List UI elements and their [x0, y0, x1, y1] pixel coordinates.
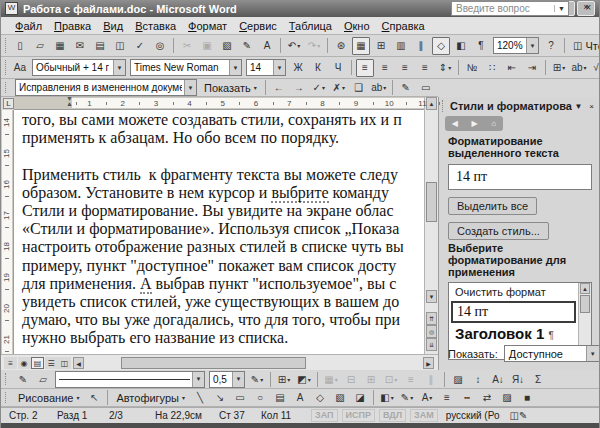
print-layout-view-button[interactable]: ▤: [31, 357, 44, 369]
style-item-heading1[interactable]: Заголовок 1 ¶: [449, 323, 578, 342]
arrow-icon[interactable]: ↘: [211, 389, 229, 407]
close-document-icon[interactable]: ×: [585, 2, 591, 13]
scroll-down-icon[interactable]: ▼: [426, 290, 437, 303]
menu-table[interactable]: Таблица: [283, 19, 338, 33]
shading-color-icon[interactable]: ◩: [295, 370, 313, 388]
status-toggle-зам[interactable]: ЗАМ: [410, 409, 438, 422]
style-combobox[interactable]: Обычный + 14 г▼: [32, 59, 126, 76]
borders-icon[interactable]: ⊞: [275, 370, 293, 388]
tables-and-borders-icon[interactable]: ▦: [352, 37, 370, 55]
forward-icon[interactable]: ▶: [472, 119, 478, 128]
diagram-icon[interactable]: ◇: [311, 389, 329, 407]
zoom-combobox[interactable]: 120%▼: [493, 37, 539, 54]
chevron-down-icon[interactable]: ▼: [554, 5, 568, 12]
style-item-14pt[interactable]: 14 пт: [451, 301, 576, 323]
highlight-icon[interactable]: ab: [370, 79, 388, 97]
menu-file[interactable]: Файл: [9, 19, 48, 33]
new-style-button[interactable]: Создать стиль...: [448, 222, 549, 240]
underline-button[interactable]: Ч: [329, 59, 347, 77]
show-hide-marks-icon[interactable]: ¶: [472, 37, 490, 55]
select-objects-icon[interactable]: ↖: [85, 389, 103, 407]
current-formatting-field[interactable]: 14 пт: [448, 164, 592, 190]
status-toggle-испр[interactable]: ИСПР: [342, 409, 375, 422]
insert-picture-icon[interactable]: ◪: [351, 389, 369, 407]
new-document-icon[interactable]: ▯: [11, 37, 29, 55]
accept-change-icon[interactable]: ✓: [310, 79, 328, 97]
numbered-list-icon[interactable]: №: [463, 59, 481, 77]
align-center-button[interactable]: ≡: [376, 59, 394, 77]
chevron-down-icon[interactable]: ▼: [184, 80, 196, 95]
menu-insert[interactable]: Вставка: [129, 19, 182, 33]
menu-tools[interactable]: Сервис: [233, 19, 283, 33]
print-icon[interactable]: ▤: [91, 37, 109, 55]
sort-ascending-icon[interactable]: А↓: [489, 370, 507, 388]
line-icon[interactable]: ╲: [191, 389, 209, 407]
line-style-combobox[interactable]: ▼: [55, 371, 205, 388]
arrow-style-icon[interactable]: ⇄: [478, 389, 496, 407]
insert-table-icon[interactable]: ▦: [322, 370, 340, 388]
chevron-down-icon[interactable]: ▼: [526, 38, 538, 53]
help-icon[interactable]: ?: [542, 37, 560, 55]
indent-markers[interactable]: ▼ ▲: [66, 95, 78, 109]
status-toggle-вдл[interactable]: ВДЛ: [379, 409, 406, 422]
line-spacing-icon[interactable]: ⇕: [436, 59, 454, 77]
menu-view[interactable]: Вид: [97, 19, 129, 33]
horizontal-scrollbar-thumb[interactable]: [121, 357, 306, 369]
line-color-icon[interactable]: ✎: [398, 389, 416, 407]
styles-list-scrollbar-thumb[interactable]: [580, 295, 590, 313]
insert-comment-icon[interactable]: ❑: [350, 79, 368, 97]
table-autoformat-icon[interactable]: ▨: [449, 370, 467, 388]
chevron-down-icon[interactable]: ▼: [192, 372, 204, 387]
chevron-down-icon[interactable]: ▼: [229, 60, 241, 75]
redo-icon[interactable]: ↷: [305, 37, 323, 55]
document-map-icon[interactable]: ◧: [452, 37, 470, 55]
eraser-icon[interactable]: ▱: [34, 370, 52, 388]
select-browse-object-icon[interactable]: ◎: [426, 325, 437, 338]
task-pane-dropdown-icon[interactable]: ▼: [572, 100, 585, 113]
sort-descending-icon[interactable]: Я↓: [509, 370, 527, 388]
drag-handle[interactable]: [442, 100, 446, 112]
undo-icon[interactable]: ↶: [285, 37, 303, 55]
text-box-icon[interactable]: ▤: [271, 389, 289, 407]
open-icon[interactable]: ▱: [31, 37, 49, 55]
type-a-question-box[interactable]: Введите вопрос ▼: [451, 1, 569, 16]
cut-icon[interactable]: ✂: [178, 37, 196, 55]
status-toggle-зап[interactable]: ЗАП: [311, 409, 338, 422]
reading-layout-view-button[interactable]: ◫: [58, 357, 71, 369]
task-pane-close-icon[interactable]: ×: [585, 100, 598, 113]
border-color-icon[interactable]: ✎: [248, 370, 266, 388]
web-layout-view-button[interactable]: ◉: [18, 357, 31, 369]
drawing-icon[interactable]: ◇: [432, 37, 450, 55]
columns-icon[interactable]: ∥: [412, 37, 430, 55]
chevron-down-icon[interactable]: ▼: [586, 346, 599, 361]
copy-icon[interactable]: ▣: [198, 37, 216, 55]
draw-table-icon[interactable]: ✎: [14, 370, 32, 388]
insert-table-icon[interactable]: ⊞: [372, 37, 390, 55]
show-markup-button[interactable]: Показать: [199, 79, 262, 96]
chevron-down-icon[interactable]: ▼: [273, 60, 285, 75]
vertical-scrollbar[interactable]: ▲ ▼ ⇈ ◎ ⇊: [424, 97, 438, 354]
text-direction-icon[interactable]: ↕: [469, 370, 487, 388]
display-for-review-combobox[interactable]: Исправления в измененном документе▼: [15, 79, 197, 96]
track-changes-icon[interactable]: ✎: [397, 79, 415, 97]
increase-indent-icon[interactable]: ⇥: [523, 59, 541, 77]
merge-cells-icon[interactable]: ⊟: [342, 370, 360, 388]
print-preview-icon[interactable]: ◫: [111, 37, 129, 55]
align-left-button[interactable]: ≡: [356, 59, 374, 77]
autoshapes-menu-button[interactable]: Автофигуры: [111, 389, 190, 406]
menu-window[interactable]: Окно: [338, 19, 376, 33]
split-cells-icon[interactable]: ⊞: [362, 370, 380, 388]
scroll-up-icon[interactable]: ▲: [426, 97, 437, 110]
back-icon[interactable]: ◀: [452, 119, 458, 128]
outline-view-button[interactable]: ☰: [45, 357, 58, 369]
font-color-icon[interactable]: А: [418, 389, 436, 407]
spelling-icon[interactable]: ✓: [131, 37, 149, 55]
chevron-down-icon[interactable]: ▼: [113, 60, 125, 75]
horizontal-scrollbar[interactable]: ◀ ▶ ≡◉▤☰◫: [1, 354, 438, 370]
align-right-button[interactable]: ≡: [396, 59, 414, 77]
chevron-down-icon[interactable]: ▼: [232, 372, 244, 387]
tab-stop-selector[interactable]: L: [3, 98, 14, 109]
scroll-left-icon[interactable]: ◀: [73, 357, 84, 369]
scroll-up-icon[interactable]: ▲: [580, 283, 590, 294]
font-combobox[interactable]: Times New Roman▼: [130, 59, 242, 76]
